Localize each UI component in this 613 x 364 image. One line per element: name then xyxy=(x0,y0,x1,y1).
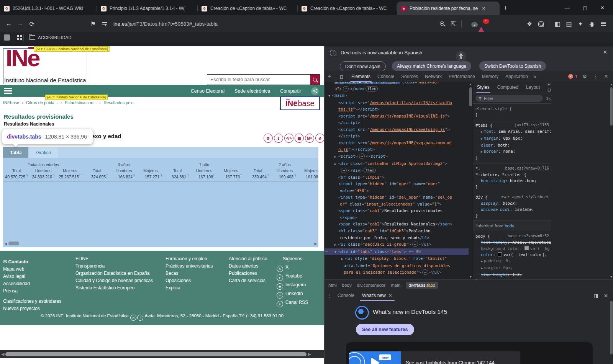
brave-rewards-icon[interactable]: 1 xyxy=(475,20,487,27)
more-tabs-icon[interactable]: » xyxy=(531,74,539,79)
tree-node[interactable]: aria-label="Menú Principal" class="main-… xyxy=(325,82,469,86)
color-swatch[interactable] xyxy=(498,252,502,256)
ellipsis-icon[interactable]: ⋯ xyxy=(412,242,418,247)
expand-arrow-icon[interactable]: ▶ xyxy=(334,161,338,168)
style-rule[interactable]: base.css?vnew=0:52body {font-family: Ari… xyxy=(473,231,551,279)
sidebar-icon[interactable]: ◧ xyxy=(552,20,563,28)
table-cell[interactable]: 49.570.725 xyxy=(3,175,30,179)
drawer-menu-icon[interactable]: ⋮ xyxy=(325,293,334,299)
styles-tab-computed[interactable]: Computed xyxy=(493,82,522,93)
stylesheet-link[interactable]: user agent stylesheet xyxy=(501,194,549,200)
breadcrumb-link[interactable]: Resultados pro... xyxy=(103,100,135,105)
footer-link[interactable]: Clasificaciones y estándares xyxy=(3,299,61,304)
wallet-icon[interactable]: ▤ xyxy=(563,20,575,28)
page-horizontal-scrollbar[interactable]: ◀▶ xyxy=(0,350,324,358)
tree-node[interactable]: ▼<main> xyxy=(325,92,469,100)
table-cell[interactable]: 324.881 xyxy=(164,175,191,179)
switch-to-spanish-button[interactable]: Switch DevTools to Spanish xyxy=(479,61,546,71)
accessibility-person-icon[interactable] xyxy=(456,51,466,62)
close-icon[interactable]: ✕ xyxy=(388,293,392,298)
stylesheet-link[interactable]: base.css?vnew=0:716 xyxy=(505,165,549,171)
tree-node[interactable]: <span class="cab2">Resultados Nacionales… xyxy=(325,221,469,228)
table-cell[interactable]: 24.333.210 xyxy=(30,175,57,179)
table-cell[interactable]: 157.773 xyxy=(218,175,244,179)
expand-arrow-icon[interactable]: ▶ xyxy=(341,256,345,263)
footer-link[interactable]: Organización Estadística en España xyxy=(75,271,149,276)
browser-tab[interactable]: GCreación de «Caption de tabla» - WC xyxy=(298,2,397,15)
breadcrumb-link[interactable]: INEbase xyxy=(3,100,19,105)
footer-link[interactable]: Formación y empleo xyxy=(166,256,207,261)
tree-node[interactable]: <h1 class="cab3" id="idCab3">Población xyxy=(325,228,469,235)
tree-node[interactable]: ⋯</div>flex xyxy=(325,167,469,174)
menu-icon[interactable] xyxy=(4,88,12,94)
stylesheet-link[interactable]: base.css?vnew=0:52 xyxy=(508,233,549,239)
devtools-tab-application[interactable]: Application xyxy=(502,71,531,82)
table-cell[interactable]: 169.408 xyxy=(271,175,298,179)
devtools-tab-sources[interactable]: Sources xyxy=(398,71,421,82)
tree-node[interactable]: <br class="limpia"> xyxy=(325,174,469,181)
footer-link[interactable]: Prácticas universitarias xyxy=(166,263,213,269)
footer-link[interactable]: Prensa xyxy=(3,288,18,294)
css-property[interactable]: box-sizing: border-box; xyxy=(475,178,549,184)
browser-tab[interactable]: GCreación de «Caption de tabla» - WC xyxy=(198,2,297,15)
footer-link[interactable]: Explica xyxy=(166,285,180,291)
footer-link[interactable]: Oposiciones xyxy=(166,278,191,283)
tree-node[interactable]: n.js"></script> xyxy=(325,146,469,153)
breadcrumb-node[interactable]: div.contenedor xyxy=(357,283,386,287)
tree-node[interactable]: ▶<ul class="seccJaxi ii-group">⋯</ul> xyxy=(325,241,469,248)
table-cell[interactable]: 166.824 xyxy=(110,175,137,179)
footer-social-link[interactable]: ◉Instagram xyxy=(277,282,306,290)
footer-link[interactable]: El INE xyxy=(75,256,89,261)
tree-node[interactable]: er" class="input_seleccionados" value="1… xyxy=(325,201,469,208)
browser-tab[interactable]: G2526UdL1.3.1- I-001 - WCAG Wiki xyxy=(0,2,97,15)
drawer-close-icon[interactable]: ✕ xyxy=(604,293,608,299)
breadcrumb-node[interactable]: html xyxy=(328,283,337,287)
css-property[interactable]: ▶margin: 0px; xyxy=(475,264,549,271)
match-language-button[interactable]: Always match Chrome's language xyxy=(392,61,471,71)
css-property[interactable]: color: var(--text-color); xyxy=(475,251,549,258)
breadcrumb-node-selected[interactable]: div#tabs.tabs xyxy=(406,282,438,289)
footer-link[interactable]: Aviso legal xyxy=(3,274,25,279)
tree-node[interactable]: value="450"> xyxy=(325,188,469,194)
expand-arrow-icon[interactable]: ▶ xyxy=(334,153,338,160)
footer-link[interactable]: Calidad y Código de buenas prácticas xyxy=(75,278,153,283)
tree-node[interactable]: <script src="/menus/js/mapasINE/savetoim… xyxy=(325,126,469,133)
tab-tabla[interactable]: Tabla xyxy=(3,147,28,158)
dont-show-again-button[interactable]: Don't show again xyxy=(340,61,386,72)
footer-link[interactable]: Nuevos proyectos xyxy=(3,306,40,311)
devtools-tab-network[interactable]: Network xyxy=(421,71,445,82)
footer-link[interactable]: Datos abiertos xyxy=(229,263,258,269)
apps-grid-icon[interactable] xyxy=(17,35,19,37)
css-property[interactable]: ▶font: 1em Arial, sans-serif; xyxy=(475,128,549,135)
expand-arrow-icon[interactable]: ▼ xyxy=(328,93,332,100)
database-icon[interactable]: ▦ xyxy=(295,134,304,143)
download-icon[interactable]: ↧ xyxy=(274,134,283,143)
breadcrumb-link[interactable]: Estadística con... xyxy=(65,100,97,105)
table-cell[interactable]: 324.095 xyxy=(84,175,110,179)
footer-social-link[interactable]: inLinkedIn xyxy=(277,291,303,299)
share-icon[interactable]: ⇱ xyxy=(447,20,459,28)
tree-node[interactable]: para el indicador seleccionado">⋯</ul> xyxy=(325,269,469,276)
css-property[interactable]: background-color: var(--bg-color); xyxy=(475,245,549,251)
highlights-thumbnail[interactable]: new xyxy=(349,351,401,364)
stylesheet-link[interactable]: jaxiT3.css:1153 xyxy=(515,122,549,128)
table-cell[interactable]: 157.271 xyxy=(137,175,164,179)
devtools-settings-icon[interactable]: ⚙ xyxy=(580,73,590,79)
tree-node[interactable]: <script src="/menus/js/mapasINE/visualIN… xyxy=(325,113,469,120)
footer-link[interactable]: Accesibilidad xyxy=(3,281,30,286)
node-link[interactable]: body xyxy=(505,224,514,228)
breadcrumb-node[interactable]: main xyxy=(391,283,400,287)
style-rule[interactable]: element.style {} xyxy=(473,104,551,120)
breadcrumb-node[interactable]: body xyxy=(342,283,352,287)
filter-input[interactable]: Filter xyxy=(475,95,543,102)
search-button[interactable] xyxy=(310,75,320,85)
table-cell[interactable]: 330.494 xyxy=(244,175,271,179)
devtools-tab-elements[interactable]: Elements xyxy=(348,71,374,82)
embed-code-icon[interactable]: </> xyxy=(284,134,293,143)
tree-node[interactable]: </script> xyxy=(325,119,469,126)
site-settings-icon[interactable] xyxy=(99,20,110,27)
tree-node[interactable]: ▼<div id="tabs" class="tabs"> == $0 xyxy=(325,248,469,256)
devtools-close-icon[interactable]: ✕ xyxy=(601,73,611,79)
nav-link[interactable]: Compartir xyxy=(280,88,301,94)
footer-link[interactable]: Sistema Estadístico Europeo xyxy=(75,285,134,291)
